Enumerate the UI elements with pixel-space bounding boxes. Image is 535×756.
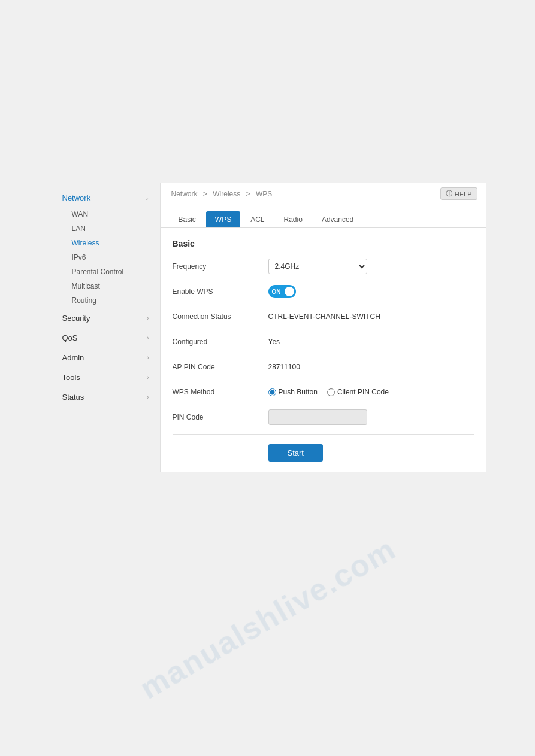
- ap-pin-code-label: AP PIN Code: [173, 363, 268, 371]
- frequency-label: Frequency: [173, 262, 268, 271]
- pin-code-label: PIN Code: [173, 413, 268, 421]
- configured-value: Yes: [268, 338, 280, 346]
- pin-code-row: PIN Code: [173, 409, 474, 426]
- sidebar-item-qos[interactable]: QoS ›: [49, 329, 160, 347]
- connection-status-label: Connection Status: [173, 312, 268, 321]
- sidebar-item-wan[interactable]: WAN: [49, 207, 160, 221]
- tab-advanced[interactable]: Advanced: [313, 211, 362, 227]
- wps-method-radio-group: Push Button Client PIN Code: [268, 388, 389, 396]
- tab-basic[interactable]: Basic: [170, 211, 205, 227]
- sidebar-section-admin: Admin ›: [49, 348, 160, 367]
- sidebar: Network ⌄ WAN LAN Wireless IPv6 Parental…: [49, 183, 160, 472]
- tab-acl[interactable]: ACL: [241, 211, 273, 227]
- sidebar-item-tools[interactable]: Tools ›: [49, 368, 160, 387]
- breadcrumb-bar: Network > Wireless > WPS ⓘ HELP: [161, 183, 486, 205]
- tab-radio[interactable]: Radio: [275, 211, 312, 227]
- toggle-knob: [285, 287, 294, 296]
- chevron-right-icon: ›: [147, 315, 149, 321]
- sidebar-item-multicast[interactable]: Multicast: [49, 279, 160, 293]
- ap-pin-code-value: 28711100: [268, 363, 300, 371]
- tabs-bar: Basic WPS ACL Radio Advanced: [161, 205, 486, 228]
- enable-wps-toggle[interactable]: ON: [268, 285, 296, 298]
- configured-row: Configured Yes: [173, 333, 474, 350]
- form-area: Basic Frequency 2.4GHz 5GHz Enable WPS O…: [161, 228, 486, 472]
- connection-status-value: CTRL-EVENT-CHANNEL-SWITCH: [268, 312, 380, 321]
- chevron-down-icon: ⌄: [144, 195, 149, 201]
- chevron-right-icon: ›: [147, 394, 149, 400]
- configured-label: Configured: [173, 338, 268, 346]
- sidebar-item-lan[interactable]: LAN: [49, 221, 160, 236]
- chevron-right-icon: ›: [147, 354, 149, 361]
- client-pin-option[interactable]: Client PIN Code: [327, 388, 389, 396]
- sidebar-item-security[interactable]: Security ›: [49, 309, 160, 327]
- help-icon: ⓘ: [446, 189, 452, 198]
- sidebar-section-tools: Tools ›: [49, 368, 160, 387]
- sidebar-item-parental-control[interactable]: Parental Control: [49, 265, 160, 279]
- frequency-select[interactable]: 2.4GHz 5GHz: [268, 259, 367, 274]
- pin-code-input[interactable]: [268, 409, 367, 425]
- push-button-radio[interactable]: [268, 388, 276, 396]
- sidebar-section-network: Network ⌄ WAN LAN Wireless IPv6 Parental…: [49, 189, 160, 308]
- network-sub-items: WAN LAN Wireless IPv6 Parental Control M…: [49, 207, 160, 308]
- tab-wps[interactable]: WPS: [206, 211, 240, 227]
- sidebar-section-status: Status ›: [49, 388, 160, 406]
- breadcrumb: Network > Wireless > WPS: [170, 190, 274, 198]
- chevron-right-icon: ›: [147, 335, 149, 341]
- start-button[interactable]: Start: [268, 444, 323, 462]
- content-area: Network > Wireless > WPS ⓘ HELP Basic WP…: [160, 183, 486, 472]
- client-pin-radio[interactable]: [327, 388, 335, 396]
- frequency-row: Frequency 2.4GHz 5GHz: [173, 258, 474, 275]
- sidebar-item-network[interactable]: Network ⌄: [49, 189, 160, 207]
- help-button[interactable]: ⓘ HELP: [440, 187, 477, 200]
- toggle-on-label: ON: [268, 289, 281, 295]
- ap-pin-code-row: AP PIN Code 28711100: [173, 359, 474, 375]
- chevron-right-icon: ›: [147, 374, 149, 381]
- sidebar-item-admin[interactable]: Admin ›: [49, 348, 160, 367]
- sidebar-section-qos: QoS ›: [49, 329, 160, 347]
- push-button-option[interactable]: Push Button: [268, 388, 318, 396]
- connection-status-row: Connection Status CTRL-EVENT-CHANNEL-SWI…: [173, 308, 474, 325]
- sidebar-item-wireless[interactable]: Wireless: [49, 236, 160, 250]
- sidebar-item-routing[interactable]: Routing: [49, 293, 160, 308]
- enable-wps-row: Enable WPS ON: [173, 283, 474, 300]
- wps-method-row: WPS Method Push Button Client PIN Code: [173, 384, 474, 400]
- watermark: manualshlive.com: [133, 530, 401, 706]
- sidebar-item-status[interactable]: Status ›: [49, 388, 160, 406]
- enable-wps-label: Enable WPS: [173, 287, 268, 296]
- sidebar-item-ipv6[interactable]: IPv6: [49, 250, 160, 265]
- section-title: Basic: [173, 239, 474, 248]
- sidebar-section-security: Security ›: [49, 309, 160, 327]
- divider: [173, 434, 474, 435]
- wps-method-label: WPS Method: [173, 388, 268, 396]
